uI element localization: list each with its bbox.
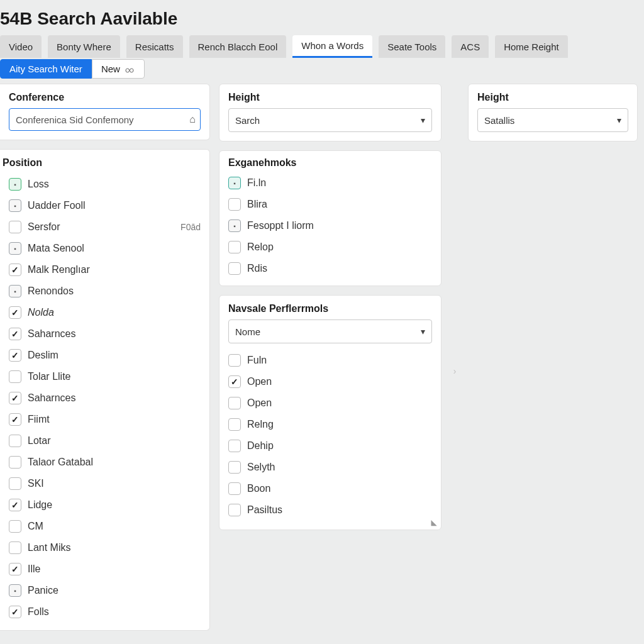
checkbox[interactable] — [9, 328, 21, 340]
subtab-new[interactable]: New — [92, 59, 145, 79]
list-item[interactable]: ▪Panice — [0, 580, 209, 601]
list-item[interactable]: Lotar — [0, 430, 209, 452]
nav-tab-home-reight[interactable]: Home Reight — [495, 35, 568, 58]
badge-icon[interactable]: ▪ — [9, 285, 21, 297]
conference-input[interactable] — [9, 108, 201, 131]
checkbox[interactable] — [9, 563, 21, 575]
checkbox[interactable] — [228, 418, 241, 431]
badge-icon[interactable]: ▪ — [9, 178, 21, 191]
checkbox[interactable] — [228, 198, 241, 211]
checkbox[interactable] — [228, 375, 241, 388]
list-item[interactable]: Pasiltus — [219, 499, 441, 521]
checkbox[interactable] — [9, 435, 21, 447]
list-item[interactable]: Blira — [219, 194, 441, 215]
nav-tab-bonty-where[interactable]: Bonty Where — [48, 35, 120, 58]
exganehmoks-title: Exganehmoks — [219, 157, 441, 172]
list-item[interactable]: Relng — [219, 414, 441, 435]
list-item[interactable]: Nolda — [0, 302, 209, 323]
home-icon[interactable]: ⌂ — [189, 114, 196, 125]
checkbox[interactable] — [9, 477, 21, 490]
list-item[interactable]: ▪Fesoppt I liorm — [219, 215, 441, 236]
checkbox[interactable] — [228, 440, 241, 452]
nav-tab-acs[interactable]: ACS — [452, 35, 489, 58]
list-item-label: Mata Senool — [28, 243, 84, 254]
chevron-down-icon: ▾ — [617, 115, 621, 125]
checkbox[interactable] — [9, 370, 21, 383]
list-item-label: Open — [247, 397, 272, 409]
list-item[interactable]: Relop — [219, 236, 441, 258]
list-item[interactable]: Boon — [219, 478, 441, 499]
checkbox[interactable] — [9, 520, 21, 533]
list-item[interactable]: ▪Loss — [0, 174, 209, 195]
checkbox[interactable] — [228, 354, 241, 367]
list-item[interactable]: SersforF0ād — [0, 216, 209, 238]
badge-icon[interactable]: ▪ — [228, 177, 241, 189]
height-title-mid: Height — [228, 92, 432, 108]
list-item[interactable]: Saharnces — [0, 387, 209, 409]
list-item[interactable]: Saharnces — [0, 323, 209, 345]
list-item[interactable]: Rdis — [219, 258, 441, 279]
list-item[interactable]: Selyth — [219, 457, 441, 478]
nav-tab-resicatts[interactable]: Resicatts — [126, 35, 183, 58]
nav-tab-video[interactable]: Video — [0, 35, 42, 58]
list-item[interactable]: Open — [219, 371, 441, 392]
nav-tab-seate-tools[interactable]: Seate Tools — [379, 35, 445, 58]
subtab-search-writer[interactable]: Aity Search Witer — [0, 59, 92, 79]
checkbox[interactable] — [228, 461, 241, 474]
checkbox[interactable] — [9, 541, 21, 554]
list-item[interactable]: Deslim — [0, 345, 209, 366]
list-item[interactable]: Tolar Llite — [0, 366, 209, 387]
height-select-right[interactable]: Satallis ▾ — [477, 108, 628, 132]
checkbox[interactable] — [9, 349, 21, 362]
nav-tab-whon-a-words[interactable]: Whon a Words — [292, 35, 372, 58]
list-item[interactable]: Lidge — [0, 494, 209, 516]
navsale-select-value: Nome — [235, 326, 260, 337]
list-item[interactable]: Ille — [0, 558, 209, 580]
chevron-down-icon: ▾ — [421, 326, 425, 336]
checkbox[interactable] — [9, 392, 21, 404]
checkbox[interactable] — [228, 241, 241, 253]
checkbox[interactable] — [228, 397, 241, 409]
list-item-label: Fiimt — [28, 414, 50, 425]
list-item[interactable]: ▪Mata Senool — [0, 238, 209, 259]
badge-icon[interactable]: ▪ — [9, 199, 21, 212]
checkbox[interactable] — [9, 456, 21, 469]
badge-icon[interactable]: ▪ — [9, 242, 21, 255]
list-item[interactable]: ▪Renondos — [0, 280, 209, 302]
list-item[interactable]: Fuln — [219, 350, 441, 371]
checkbox[interactable] — [228, 504, 241, 516]
checkbox[interactable] — [9, 413, 21, 426]
height-select-mid[interactable]: Sarch ▾ — [228, 108, 432, 132]
resize-handle-icon[interactable]: ◢ — [430, 520, 439, 526]
list-item[interactable]: Malk Renglıar — [0, 259, 209, 280]
checkbox[interactable] — [9, 306, 21, 319]
list-item[interactable]: Talaor Gatabal — [0, 452, 209, 473]
badge-icon[interactable]: ▪ — [228, 219, 241, 232]
checkbox[interactable] — [228, 482, 241, 495]
position-card: Position ▪Loss▪Uadder FoollSersforF0ād▪M… — [0, 149, 210, 631]
checkbox[interactable] — [228, 262, 241, 275]
list-item[interactable]: Lant Miks — [0, 537, 209, 558]
list-item[interactable]: SKI — [0, 473, 209, 494]
list-item-label: Ille — [28, 564, 40, 575]
list-item[interactable]: CM — [0, 516, 209, 537]
list-item[interactable]: Folls — [0, 601, 209, 623]
checkbox[interactable] — [9, 606, 21, 618]
list-item[interactable]: Open — [219, 392, 441, 414]
nav-tab-rench-blacch-eool[interactable]: Rench Blacch Eool — [189, 35, 287, 58]
exganehmoks-card: Exganehmoks ▪Fi.lnBlira▪Fesoppt I liormR… — [219, 150, 441, 286]
badge-icon[interactable]: ▪ — [9, 584, 21, 597]
checkbox[interactable] — [9, 499, 21, 511]
navsale-list: FulnOpenOpenRelngDehipSelythBoonPasiltus — [219, 350, 441, 521]
list-item-label: Malk Renglıar — [28, 264, 90, 275]
navsale-select[interactable]: Nome ▾ — [228, 319, 432, 343]
list-item[interactable]: Dehip — [219, 435, 441, 457]
list-item-label: Tolar Llite — [28, 371, 70, 382]
checkbox[interactable] — [9, 264, 21, 276]
list-item[interactable]: Fiimt — [0, 409, 209, 430]
list-item[interactable]: ▪Uadder Fooll — [0, 195, 209, 216]
list-item[interactable]: ▪Fi.ln — [219, 172, 441, 194]
checkbox[interactable] — [9, 221, 21, 233]
navsale-title: Navsale Perflerrmols — [228, 303, 432, 319]
list-item-label: Open — [247, 376, 272, 387]
